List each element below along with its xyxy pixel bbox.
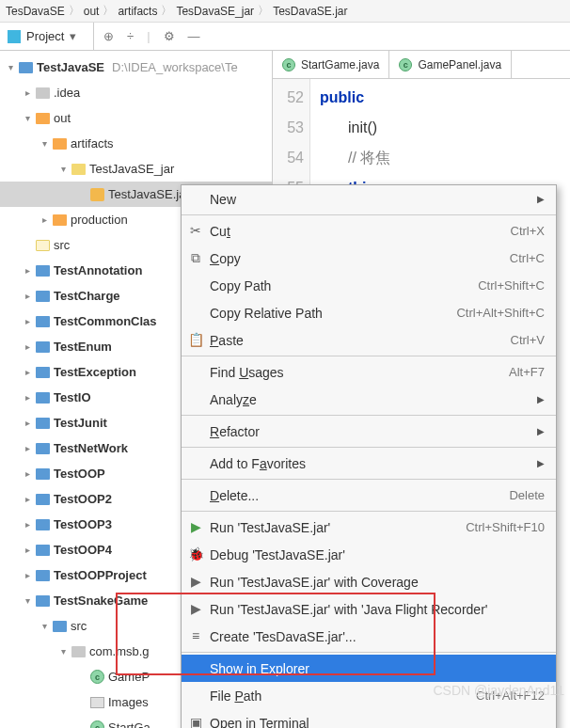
module-icon	[36, 291, 50, 302]
folder-icon	[53, 214, 67, 226]
create-icon: ≡	[187, 628, 204, 643]
module-icon	[36, 443, 50, 454]
menu-file-path[interactable]: File PathCtrl+Alt+F12	[182, 682, 556, 709]
module-icon	[36, 595, 50, 607]
project-dropdown[interactable]: Project ▾	[0, 23, 94, 50]
module-icon	[36, 392, 50, 404]
menu-refactor[interactable]: Refactor▶	[182, 418, 556, 445]
menu-copy-rel[interactable]: Copy Relative PathCtrl+Alt+Shift+C	[182, 299, 556, 326]
chevron-right-icon: ▶	[537, 458, 545, 468]
class-icon: c	[399, 58, 412, 71]
folder-icon	[36, 113, 50, 124]
crumb-2[interactable]: artifacts	[118, 5, 157, 18]
tree-idea[interactable]: ▸.idea	[0, 80, 272, 105]
toolbar: Project ▾ ⊕ ÷ | ⚙ —	[0, 23, 570, 51]
tree-jar-dir[interactable]: ▾TestJavaSE_jar	[0, 156, 272, 182]
module-icon	[36, 341, 50, 353]
menu-new[interactable]: New▶	[182, 185, 556, 213]
breadcrumb: TesDavaSE〉 out〉 artifacts〉 TesDavaSE_jar…	[0, 0, 570, 23]
tab-gamepanel[interactable]: cGamePanel.java	[389, 51, 512, 78]
folder-icon	[36, 240, 50, 251]
cut-icon: ✂	[187, 223, 204, 238]
class-icon: c	[90, 670, 104, 684]
tree-artifacts[interactable]: ▾artifacts	[0, 131, 272, 156]
folder-icon	[53, 621, 67, 632]
module-icon	[19, 62, 33, 73]
locate-icon[interactable]: ⊕	[103, 29, 114, 43]
gear-icon[interactable]: ⚙	[164, 29, 175, 43]
chevron-right-icon: ▶	[537, 394, 545, 404]
copy-icon: ⧉	[187, 250, 204, 266]
menu-delete[interactable]: Delete...Delete	[182, 482, 556, 509]
collapse-icon[interactable]: ÷	[127, 29, 134, 43]
crumb-0[interactable]: TesDavaSE	[6, 5, 65, 18]
chevron-right-icon: ▶	[537, 426, 545, 436]
tab-startgame[interactable]: cStartGame.java	[273, 51, 389, 78]
module-icon	[36, 418, 50, 429]
package-icon	[71, 646, 86, 657]
context-menu: New▶ ✂CutCtrl+X ⧉CopyCtrl+C Copy PathCtr…	[181, 184, 557, 728]
jar-icon	[90, 188, 104, 201]
hide-icon[interactable]: —	[188, 29, 200, 43]
menu-run-jfr[interactable]: ▶Run 'TestJavaSE.jar' with 'Java Flight …	[182, 595, 556, 623]
module-icon	[36, 494, 50, 505]
folder-icon	[53, 138, 67, 150]
menu-show-explorer[interactable]: Show in Explorer	[182, 655, 556, 682]
project-icon	[8, 30, 21, 43]
menu-cut[interactable]: ✂CutCtrl+X	[182, 217, 556, 245]
editor-tabs: cStartGame.java cGamePanel.java	[273, 51, 570, 79]
module-icon	[36, 545, 50, 556]
jfr-icon: ▶	[187, 601, 204, 616]
module-icon	[36, 468, 50, 480]
run-icon: ▶	[187, 519, 204, 534]
project-label: Project	[26, 29, 64, 43]
module-icon	[36, 570, 50, 581]
class-icon: c	[282, 58, 295, 71]
menu-analyze[interactable]: Analyze▶	[182, 386, 556, 413]
folder-icon	[71, 164, 86, 175]
crumb-4[interactable]: TesDavaSE.jar	[273, 5, 347, 18]
module-icon	[36, 367, 50, 378]
module-icon	[36, 265, 50, 277]
menu-find-usages[interactable]: Find UsagesAlt+F7	[182, 358, 556, 386]
module-icon	[36, 519, 50, 530]
class-icon: c	[90, 720, 104, 728]
menu-run[interactable]: ▶Run 'TestJavaSE.jar'Ctrl+Shift+F10	[182, 514, 556, 541]
folder-icon	[36, 87, 50, 99]
tree-root[interactable]: ▾TestJavaSED:\IDEA_workspace\Te	[0, 55, 272, 80]
terminal-icon: ▣	[187, 715, 204, 728]
tree-out[interactable]: ▾out	[0, 105, 272, 131]
paste-icon: 📋	[187, 332, 204, 347]
module-icon	[36, 316, 50, 327]
menu-copy-path[interactable]: Copy PathCtrl+Shift+C	[182, 272, 556, 299]
menu-copy[interactable]: ⧉CopyCtrl+C	[182, 245, 556, 272]
crumb-1[interactable]: out	[84, 5, 100, 18]
chevron-down-icon: ▾	[70, 29, 76, 43]
menu-debug[interactable]: 🐞Debug 'TestJavaSE.jar'	[182, 541, 556, 568]
menu-run-coverage[interactable]: ▶Run 'TestJavaSE.jar' with Coverage	[182, 568, 556, 595]
menu-paste[interactable]: 📋PasteCtrl+V	[182, 326, 556, 354]
menu-favorites[interactable]: Add to Favorites▶	[182, 450, 556, 477]
crumb-3[interactable]: TesDavaSE_jar	[176, 5, 254, 18]
menu-open-terminal[interactable]: ▣Open in Terminal	[182, 709, 556, 728]
menu-create[interactable]: ≡Create 'TesDavaSE.jar'...	[182, 623, 556, 650]
coverage-icon: ▶	[187, 574, 204, 589]
class-icon	[90, 697, 104, 708]
chevron-right-icon: ▶	[537, 194, 545, 204]
debug-icon: 🐞	[187, 546, 204, 562]
